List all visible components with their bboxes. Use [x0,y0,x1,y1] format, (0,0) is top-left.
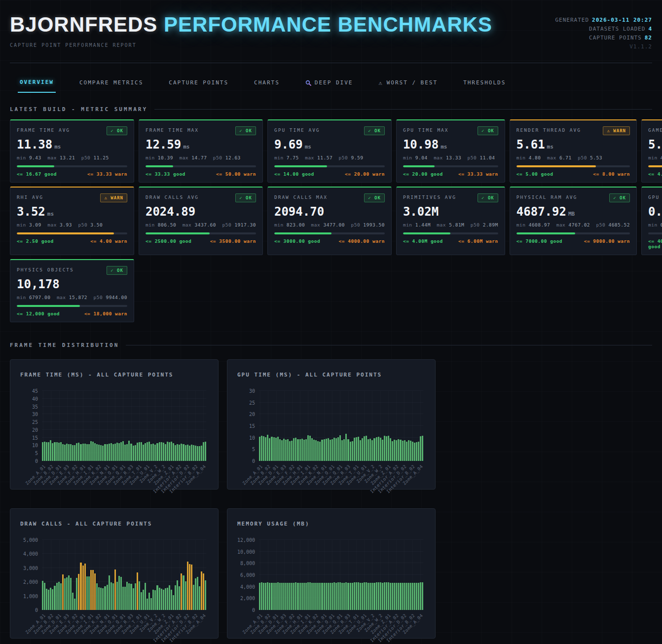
dashboard-page: BJORNFREDS PERFORMANCE BENCHMARKS CAPTUR… [0,0,662,644]
chart-card-memory-usage-mb: MEMORY USAGE (MB)02,0004,0006,0008,00010… [227,508,436,639]
y-axis-tick-label: 25 [249,400,255,405]
chart-x-labels: Zone_A_01Zone_B_02Zone_D_01Zone_E_03Zone… [42,461,206,492]
metric-card-rhi-avg: RHI AVG⚠ WARN3.52msmin 3.09 max 3.93 p50… [10,187,134,255]
header-divider [10,63,652,63]
chart-bar [354,582,355,610]
chart-bar [156,443,158,461]
tab-deep-dive[interactable]: DEEP DIVE [303,76,355,93]
metric-unit: ms [441,144,447,150]
chart-bar [187,445,188,461]
tab-overview[interactable]: OVERVIEW [18,76,56,93]
metric-stats: min 4.59 max 5.96 p50 5.19 [648,155,662,160]
chart-bar [167,442,168,461]
chart-bar [90,441,92,461]
chart-bar [82,566,84,610]
chart-bar [72,593,74,610]
chart-bar [371,440,373,461]
y-axis-tick-label: 30 [249,388,255,394]
threshold-good-label: <= 3000.00 good [274,238,320,244]
chart-bar [362,583,363,610]
chart-bar [173,595,174,610]
metric-card-header: RHI AVG⚠ WARN [17,193,127,202]
chart-bar [324,439,325,461]
metric-progress-fill [403,232,450,234]
status-badge: ✓ OK [609,193,630,202]
chart-bar [386,582,387,610]
chart-bar [159,442,160,461]
metric-card-draw-calls-max: DRAW CALLS MAX✓ OK2094.70min 823.00 max … [267,187,392,255]
chart-bar [414,443,415,461]
chart-bar [279,583,281,610]
chart-bar [347,439,349,461]
y-axis-tick-label: 45 [32,388,38,394]
chart-bar [165,444,166,461]
y-axis-tick-label: 2,000 [23,579,38,585]
chart-bar [345,434,347,461]
chart-bar [56,442,58,461]
chart-x-labels: Zone_A_01Zone_B_02Zone_D_01Zone_E_03Zone… [259,610,423,642]
chart-bar [398,439,399,461]
chart-bar [315,440,317,461]
tab-charts[interactable]: CHARTS [252,76,282,93]
chart-bar [354,438,355,461]
chart-bar [285,583,287,610]
chart-bar [185,581,186,610]
chart-bar [165,588,166,610]
metric-stats: min 823.00 max 3477.00 p50 1993.50 [274,222,385,227]
chart-bar [414,583,415,610]
metric-stats: min 3.09 max 3.93 p50 3.50 [17,222,127,227]
chart-bar [369,583,371,610]
chart-bar [181,573,182,610]
chart-bar [317,441,319,461]
metric-card-header: PRIMITIVES AVG✓ OK [403,193,498,202]
chart-bar [197,446,198,461]
tab-worst-best[interactable]: ⚠WORST / BEST [376,76,440,93]
metric-unit: ms [305,144,311,150]
chart-bar [145,583,146,610]
threshold-good-label: <= 33.33 good [146,171,185,177]
chart-bar [326,583,327,610]
chart-bar [364,582,365,610]
metric-title: FRAME TIME MAX [146,126,199,133]
y-axis-tick-label: 4,000 [23,551,38,557]
chart-bar [116,582,118,610]
metric-stats: min 0.00 max 0.00 p50 0.00 [648,222,662,227]
chart-bar [197,577,198,610]
chart-bar [307,582,309,610]
tab-capture-points[interactable]: CAPTURE POINTS [167,76,230,93]
chart-bar [128,441,130,461]
tab-label: DEEP DIVE [315,79,353,86]
chart-bar [201,571,202,610]
chart-bar [352,441,353,461]
chart-plot: 01,0002,0003,0004,0005,000 [42,540,206,610]
chart-bar [143,445,144,461]
chart-bar [189,564,190,610]
y-axis-tick-label: 6,000 [240,572,255,578]
chart-bar [305,439,307,461]
chart-bar [283,583,285,610]
chart-bar [364,436,365,461]
chart-bar [259,437,260,461]
chart-bar [199,446,200,461]
chart-bar [80,563,81,610]
chart-bar [360,583,361,610]
metric-value: 3.02M [403,206,498,218]
tab-thresholds[interactable]: THRESHOLDS [461,76,508,93]
section-rule [126,345,652,345]
status-badge: ✓ OK [478,126,498,135]
metric-progress-fill [648,165,662,167]
metric-progress-track [146,232,256,234]
chart-bar [287,439,289,461]
chart-bar [275,583,277,610]
chart-bar [139,581,140,610]
metric-value: 5.61ms [516,139,630,151]
tab-bar: OVERVIEWCOMPARE METRICSCAPTURE POINTSCHA… [10,76,652,93]
threshold-warn-label: <= 33.33 warn [458,171,498,177]
chart-bar [181,444,182,461]
tab-compare-metrics[interactable]: COMPARE METRICS [77,76,145,93]
chart-bar [52,589,53,610]
chart-bar [265,437,266,461]
chart-bar [362,438,363,461]
chart-bar [420,582,421,610]
chart-bar [52,443,53,461]
